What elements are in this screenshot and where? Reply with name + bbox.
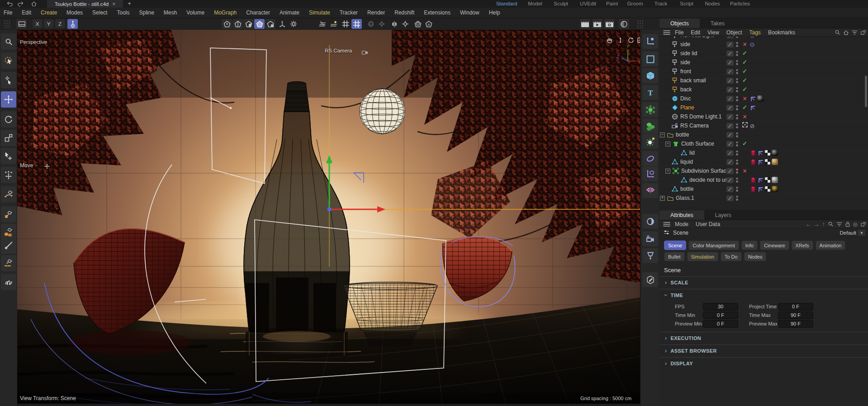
tree-scrollbar[interactable] [865, 76, 867, 107]
coordinates-icon[interactable] [642, 34, 658, 49]
move-tool-icon[interactable] [1, 91, 16, 108]
workplane-box-button[interactable] [16, 19, 27, 29]
snap-grid-button[interactable] [340, 19, 351, 29]
chip-bullet[interactable]: Bullet [664, 252, 685, 261]
material-editor-icon[interactable] [642, 272, 658, 287]
edit-toggle-icon[interactable] [726, 132, 734, 138]
phong-tag-icon[interactable] [750, 105, 756, 111]
uvw-tag-icon[interactable] [765, 159, 770, 165]
visibility-dot-editor[interactable] [736, 87, 738, 90]
menu-mograph[interactable]: MoGraph [214, 9, 237, 16]
layout-tab-groom[interactable]: Groom [624, 0, 645, 8]
axis-toggle-z[interactable]: Z [55, 19, 65, 28]
section-header[interactable]: ›DISPLAY [665, 360, 868, 367]
snap-grid-on-button[interactable] [351, 19, 362, 29]
chip-xrefs[interactable]: XRefs [792, 241, 813, 250]
om-external-icon[interactable] [860, 30, 866, 35]
visibility-dot-render[interactable] [736, 90, 738, 92]
chip-cineware[interactable]: Cineware [760, 241, 789, 250]
uvw-tag-icon[interactable] [765, 177, 770, 183]
menu-file[interactable]: File [4, 9, 12, 16]
spline-primitive-icon[interactable] [642, 52, 658, 66]
edit-toggle-icon[interactable] [726, 150, 734, 156]
om-tab-takes[interactable]: Takes [700, 19, 735, 28]
visibility-dot-render[interactable] [736, 180, 738, 183]
layout-tab-uvedit[interactable]: UVEdit [577, 0, 599, 8]
symmetry-icon[interactable] [642, 183, 658, 198]
field-input-fps[interactable]: 30 [703, 303, 738, 311]
visibility-dot-editor[interactable] [736, 187, 738, 189]
mat-glass-tag-icon[interactable] [772, 177, 778, 183]
layout-tab-sculpt[interactable]: Sculpt [551, 0, 571, 8]
disabled-cross-icon[interactable]: × [741, 37, 749, 39]
spline-square-icon[interactable] [1, 206, 16, 222]
attr-forward-arrow-icon[interactable]: → [814, 222, 820, 227]
enabled-check-icon[interactable]: ✓ [741, 76, 749, 85]
toolbar-drag-handle[interactable] [4, 20, 11, 28]
camera-label[interactable]: RS Camera [325, 48, 352, 53]
axis-modify-button[interactable] [277, 19, 287, 29]
edit-toggle-icon[interactable] [726, 195, 734, 201]
object-row-liquid[interactable]: liquid [659, 157, 868, 166]
field-input-preview-min[interactable]: 0 F [703, 320, 738, 328]
mirror-gear-button[interactable] [400, 19, 410, 29]
menu-modes[interactable]: Modes [66, 9, 83, 16]
points-move-icon[interactable] [1, 167, 16, 183]
menu-select[interactable]: Select [92, 9, 107, 16]
spline-pen-icon[interactable] [1, 186, 16, 203]
edit-toggle-icon[interactable] [726, 42, 734, 47]
chip-animation[interactable]: Animation [816, 241, 846, 250]
field-icon[interactable] [642, 151, 658, 166]
model-mode-button[interactable] [254, 19, 265, 29]
render-region-button[interactable] [592, 19, 602, 29]
cube-primitive-icon[interactable] [642, 68, 658, 83]
om-home-icon[interactable] [843, 30, 849, 35]
document-tab[interactable]: Tsukiyo Bottle - still.c4d × [47, 0, 123, 8]
object-row-back-small[interactable]: back small✓ [659, 76, 868, 85]
tweak-icon[interactable] [1, 72, 16, 88]
om-menu-tags[interactable]: Tags [749, 29, 761, 36]
object-row-disc[interactable]: Disc× [659, 94, 868, 103]
mat-gold-tag-icon[interactable] [772, 159, 778, 165]
search-icon[interactable] [1, 33, 16, 50]
attr-target-icon[interactable]: ◎ [853, 222, 858, 227]
mat-black-tag-icon[interactable] [772, 150, 778, 156]
visibility-dot-editor[interactable] [736, 132, 738, 135]
render-magnify-button[interactable] [619, 19, 629, 29]
edit-toggle-icon[interactable] [726, 177, 734, 183]
object-row-bottle[interactable]: bottle [659, 184, 868, 194]
visibility-dot-render[interactable] [736, 72, 738, 74]
dolly-icon[interactable] [616, 36, 625, 44]
instance-icon[interactable] [642, 166, 658, 181]
om-tab-objects[interactable]: Objects [659, 19, 700, 28]
pan-hand-icon[interactable] [605, 36, 614, 44]
edit-toggle-icon[interactable] [726, 141, 734, 147]
mat-black-tag-icon[interactable] [757, 95, 764, 102]
visibility-dot-render[interactable] [736, 162, 738, 165]
field-input-preview-max[interactable]: 90 F [778, 320, 813, 328]
visibility-dot-render[interactable] [736, 99, 738, 101]
live-selection-icon[interactable] [1, 52, 16, 69]
object-row-front[interactable]: front✓ [659, 67, 868, 76]
menu-redshift[interactable]: Redshift [394, 9, 414, 16]
target-tag-icon[interactable]: ⊙ [750, 42, 755, 47]
visibility-dot-render[interactable] [736, 37, 738, 38]
menu-volume[interactable]: Volume [186, 9, 204, 16]
visibility-dot-render[interactable] [736, 135, 738, 137]
enabled-check-icon[interactable]: ✓ [741, 85, 749, 94]
environment-icon[interactable] [642, 214, 658, 229]
edges-mode-button[interactable] [232, 19, 243, 29]
object-tree[interactable]: RS Area Light×⊙side×⊙side lid✓side✓front… [659, 37, 868, 210]
visibility-dot-editor[interactable] [736, 69, 738, 71]
om-menu-view[interactable]: View [707, 29, 719, 36]
visibility-dot-render[interactable] [736, 198, 738, 201]
visibility-dot-render[interactable] [736, 81, 738, 83]
visibility-dot-render[interactable] [736, 126, 738, 128]
field-input-time-min[interactable]: 0 F [703, 312, 738, 319]
attr-tab-layers[interactable]: Layers [704, 210, 742, 220]
edit-toggle-icon[interactable] [726, 114, 734, 120]
undo-icon[interactable] [5, 1, 14, 7]
object-row-rs-area-light[interactable]: RS Area Light×⊙ [659, 37, 868, 40]
axis-toggle-x[interactable]: X [33, 19, 42, 28]
close-tab-icon[interactable]: × [112, 1, 115, 7]
